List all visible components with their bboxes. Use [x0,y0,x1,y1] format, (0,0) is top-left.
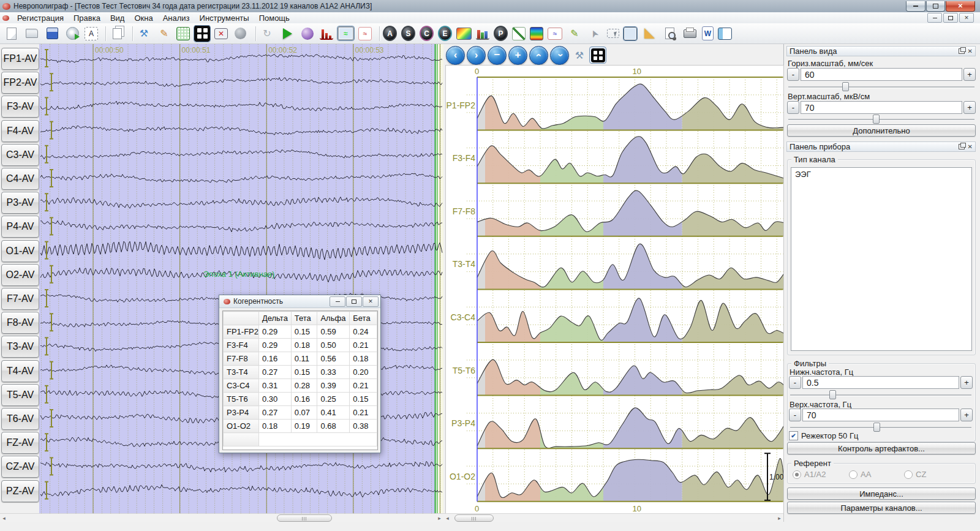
record-icon[interactable] [232,26,248,42]
channel-params-button[interactable]: Параметры каналов... [787,502,976,514]
spectra-scroll-thumb[interactable] [454,514,494,522]
edit-form-icon[interactable]: ✎ [156,26,172,42]
amplitude-analysis-icon[interactable]: A [383,26,397,41]
trend-curves-icon[interactable]: ≈ [358,27,372,40]
play-icon[interactable] [279,26,295,42]
device-panel-header[interactable]: Панель прибора ✕ [786,141,976,152]
zoom-out-button[interactable]: − [488,46,507,65]
scroll-right-button[interactable]: › [467,46,486,65]
channel-button-T4-AV[interactable]: T4-AV [1,360,39,382]
spin-minus-button[interactable]: - [789,409,801,421]
menu-item-Анализ[interactable]: Анализ [158,13,195,23]
additional-button[interactable]: Дополнительно [787,124,976,137]
spin-plus-button[interactable]: + [960,376,973,389]
channel-button-F7-AV[interactable]: F7-AV [1,288,39,310]
periodogram-icon[interactable]: P [494,26,508,41]
eeg-hscrollbar[interactable]: ◂ ▸ [0,513,443,522]
high-freq-slider[interactable] [789,423,973,432]
channel-button-PZ-AV[interactable]: PZ-AV [1,480,39,502]
spin-minus-button[interactable]: - [789,376,801,389]
preview-icon[interactable] [662,26,677,42]
bar-chart-icon[interactable] [476,28,489,40]
slider-thumb[interactable] [842,82,849,91]
menu-item-Инструменты[interactable]: Инструменты [195,13,254,23]
channel-button-O2-AV[interactable]: O2-AV [1,264,39,286]
spin-plus-button[interactable]: + [960,409,973,421]
float-panel-icon[interactable] [959,48,965,54]
slider-thumb[interactable] [873,423,880,432]
montage-table-icon[interactable] [176,27,190,40]
print-icon[interactable] [682,26,698,42]
line-graph-icon[interactable] [512,27,526,40]
spectra-plot-area[interactable]: FP1-FP2F3-F4F7-F8T3-T4C3-C4T5-T6P3-P4O1-… [445,65,784,522]
eeg-scroll-thumb[interactable] [277,514,332,522]
channel-button-P3-AV[interactable]: P3-AV [1,192,39,214]
scroll-right-arrow-icon[interactable]: ▸ [775,514,783,522]
channel-button-O1-AV[interactable]: O1-AV [1,240,39,262]
wave-overlay-icon[interactable]: ≈ [548,28,562,40]
refresh-icon[interactable]: ↻ [259,26,275,42]
spectra-settings-button[interactable]: ⚒ [571,47,588,64]
menu-item-Регистрация[interactable]: Регистрация [12,13,69,23]
referent-radio-AA[interactable]: AA [849,470,871,479]
scroll-down-button[interactable]: ‹ [550,46,569,65]
artifact-control-button[interactable]: Контроль артефактов... [787,442,976,454]
horiz-scale-value[interactable]: 60 [801,68,962,81]
zoom-in-button[interactable]: + [508,46,527,65]
lasso-select-icon[interactable] [607,29,619,38]
channel-button-FP1-AV[interactable]: FP1-AV [1,48,39,70]
view-panel-header[interactable]: Панель вида ✕ [786,46,976,56]
slider-thumb[interactable] [829,390,836,399]
referent-radio-CZ[interactable]: CZ [904,470,926,479]
text-frame-icon[interactable]: A [85,27,98,40]
spin-plus-button[interactable]: + [963,101,976,114]
patient-head-icon[interactable] [300,26,315,42]
scroll-left-arrow-icon[interactable]: ◂ [443,514,451,522]
ruler-table-icon[interactable] [624,27,637,40]
dialog-minimize-button[interactable] [330,296,345,307]
brain-maps-icon[interactable] [530,27,543,40]
spin-plus-button[interactable]: + [963,68,976,81]
mdi-close-button[interactable]: ✕ [959,13,974,23]
dialog-close-button[interactable]: ✕ [363,296,379,307]
channel-type-list[interactable]: ЭЭГ [791,167,972,351]
slider-thumb[interactable] [873,115,880,124]
export-cd-icon[interactable] [64,26,80,42]
mdi-minimize-button[interactable] [927,13,942,23]
menu-item-Окна[interactable]: Окна [129,13,157,23]
channel-button-T5-AV[interactable]: T5-AV [1,384,39,406]
spectral-analysis-icon[interactable]: S [401,26,415,41]
set-square-icon[interactable] [641,26,657,42]
minimize-button[interactable] [906,1,925,12]
mdi-restore-button[interactable] [943,13,958,23]
close-panel-icon[interactable]: ✕ [968,48,973,55]
select-cursor-icon[interactable]: ➤ [587,26,603,42]
float-panel-icon[interactable] [959,144,965,149]
save-icon[interactable] [44,26,60,42]
spin-minus-button[interactable]: - [787,101,799,114]
channel-button-T3-AV[interactable]: T3-AV [1,336,39,358]
referent-radio-A1/A2[interactable]: A1/A2 [793,470,826,479]
tools-icon[interactable]: ⚒ [136,26,152,42]
scroll-left-arrow-icon[interactable]: ◂ [0,514,8,522]
brain-map-3d-icon[interactable] [456,28,472,40]
marker-pen-icon[interactable]: ✎ [567,26,582,42]
high-freq-value[interactable]: 70 [802,409,959,421]
impedance-button[interactable]: Импеданс... [787,488,976,500]
maximize-button[interactable] [926,1,945,12]
horiz-scale-slider[interactable] [787,82,976,91]
channel-button-F3-AV[interactable]: F3-AV [1,96,39,118]
eeg-monitor-icon[interactable]: ≈ [337,26,354,40]
copy-pages-icon[interactable] [109,26,125,42]
coherence-dialog-titlebar[interactable]: Когерентность ✕ [219,295,380,308]
coherence-dialog[interactable]: Когерентность ✕ ДельтаТетаАльфаБетаFP1-F… [219,295,381,453]
channel-button-C3-AV[interactable]: C3-AV [1,144,39,166]
checkbox-check-icon[interactable]: ✔ [789,431,798,440]
channel-button-F4-AV[interactable]: F4-AV [1,120,39,142]
grid-view-icon[interactable] [194,26,210,42]
low-freq-value[interactable]: 0.5 [802,376,959,389]
new-document-icon[interactable] [4,26,20,42]
layout-panels-icon[interactable] [718,28,732,40]
coherence-analysis-icon[interactable]: C [420,26,434,41]
open-folder-icon[interactable] [24,26,40,42]
